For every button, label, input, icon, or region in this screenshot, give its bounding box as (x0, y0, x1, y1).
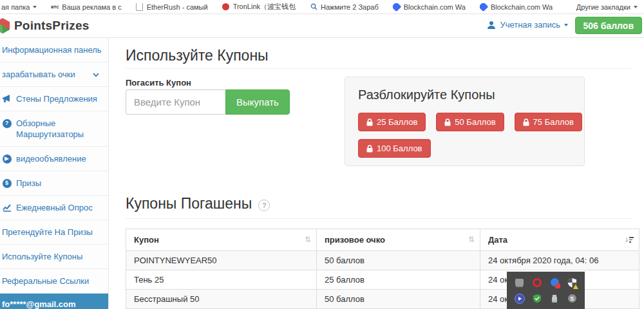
account-menu[interactable]: Учетная запись (487, 20, 568, 30)
chevron-down-icon (634, 6, 638, 8)
points-balance-badge[interactable]: 506 баллов (575, 17, 642, 34)
antivirus-tray-icon[interactable] (532, 294, 542, 304)
warning-icon (573, 285, 578, 289)
column-header-points[interactable]: призовое очко ⇅ (317, 229, 480, 251)
notes-tray-icon[interactable] (515, 277, 525, 288)
sidebar-item-prizes[interactable]: $ Призы (0, 171, 108, 196)
bookmark-folder[interactable]: ая папка (1, 3, 37, 11)
lock-icon (444, 118, 451, 126)
help-icon[interactable]: ? (258, 200, 270, 211)
btc-icon: BTC (51, 3, 59, 11)
redeemed-coupons-title: Купоны Погашены ? (126, 195, 270, 212)
pointsprizes-hexagon-icon (0, 17, 11, 34)
sidebar-item-daily-poll[interactable]: Ежедневный Опрос (0, 196, 108, 220)
bookmark-item[interactable]: Blockchain.com Wa (480, 3, 553, 11)
bookmark-item[interactable]: TronLink（波宝钱包 (222, 2, 296, 12)
column-header-coupon[interactable]: Купон ⇅ (126, 229, 317, 251)
bookmark-item[interactable]: BTC Ваша реклама в с (51, 3, 121, 11)
bookmark-item[interactable]: Нажмите 2 Зараб (310, 3, 379, 11)
system-tray-popup: S (507, 272, 585, 309)
megaphone-icon (2, 94, 12, 104)
tronlink-icon (222, 3, 230, 11)
redeem-button[interactable]: Выкупать (225, 89, 290, 115)
sidebar: Информационная панель зарабатывать очки … (0, 38, 109, 309)
person-icon (487, 21, 496, 30)
prize-icon: $ (2, 178, 12, 188)
redeem-input-group: Выкупать (126, 89, 290, 115)
sidebar-item-earn-points[interactable]: зарабатывать очки (0, 62, 108, 87)
screen: ая папка BTC Ваша реклама в с EtherRush … (0, 0, 644, 309)
document-icon (136, 3, 144, 11)
coupon-input[interactable] (126, 89, 225, 115)
redeem-coupon-label: Погасить Купон (126, 78, 191, 88)
sidebar-item-dashboard[interactable]: Информационная панель (0, 38, 108, 62)
other-bookmarks-label: Другие закладки (576, 3, 630, 11)
column-header-date[interactable]: Дата ↓ (480, 229, 639, 251)
unlock-coupons-panel: Разблокируйте Купоны 25 Баллов 50 Баллов… (345, 77, 585, 166)
blockchain-icon (393, 3, 401, 11)
stamp-tray-icon[interactable] (549, 294, 560, 304)
bonus-notification[interactable]: fo*****@gmail.com Offer Bonus Points (0, 294, 108, 309)
bookmark-label: TronLink（波宝钱包 (233, 2, 296, 12)
defender-shield-tray-icon[interactable] (567, 277, 577, 288)
lock-icon (366, 145, 373, 153)
messenger-tray-icon[interactable] (549, 277, 560, 288)
media-player-tray-icon[interactable] (515, 294, 525, 304)
bookmark-label: Ваша реклама в с (62, 3, 121, 11)
sort-desc-icon[interactable]: ↓ (625, 235, 634, 243)
magnifier-icon (310, 3, 317, 11)
bookmark-item[interactable]: Blockchain.com Wa (393, 3, 466, 11)
question-circle-icon: ? (2, 118, 12, 128)
divider (126, 68, 631, 69)
account-label: Учетная запись (500, 20, 560, 30)
unlock-100-points-button[interactable]: 100 Баллов (358, 139, 431, 158)
page-title: Используйте Купоны (126, 47, 269, 64)
bookmark-label: ая папка (1, 3, 30, 11)
table-row[interactable]: POINTYNEWYEAR50 50 баллов 24 октября 202… (126, 251, 639, 270)
bookmarks-bar: ая папка BTC Ваша реклама в с EtherRush … (0, 0, 644, 14)
chart-icon (2, 203, 12, 212)
lock-icon (523, 118, 529, 126)
sidebar-item-referral-links[interactable]: Реферальные Ссылки (0, 269, 108, 294)
chevron-down-icon (33, 6, 37, 8)
sidebar-item-survey-routers[interactable]: ? Обзорные Маршрутизаторы (0, 111, 108, 147)
logo[interactable]: PointsPrizes (0, 17, 89, 34)
site-header: PointsPrizes Учетная запись 506 баллов (0, 15, 644, 38)
skype-tray-icon[interactable]: S (567, 294, 577, 304)
sidebar-item-video-ads[interactable]: ▶ видеообъявление (0, 147, 108, 171)
sidebar-item-offer-walls[interactable]: Стены Предложения (0, 87, 108, 111)
other-bookmarks-button[interactable]: Другие закладки (576, 3, 638, 11)
unlock-75-points-button[interactable]: 75 Баллов (515, 113, 582, 131)
sidebar-item-claim-prizes[interactable]: Претендуйте На Призы (0, 220, 108, 245)
blockchain-icon (480, 3, 488, 11)
unlock-panel-title: Разблокируйте Купоны (358, 88, 495, 102)
sort-icon[interactable]: ⇅ (305, 235, 311, 244)
chevron-down-icon (93, 69, 99, 80)
opera-tray-icon[interactable] (532, 277, 542, 288)
bookmark-label: Blockchain.com Wa (404, 3, 466, 11)
sidebar-item-use-coupons[interactable]: Используйте Купоны (0, 245, 108, 269)
lock-icon (366, 118, 373, 126)
notification-email: fo*****@gmail.com (2, 299, 104, 309)
unlock-50-points-button[interactable]: 50 Баллов (436, 113, 504, 131)
unlock-25-points-button[interactable]: 25 Баллов (358, 113, 426, 131)
bookmark-label: Нажмите 2 Зараб (321, 3, 379, 11)
bookmark-label: EtherRush - самый (147, 3, 208, 11)
bookmark-item[interactable]: EtherRush - самый (136, 3, 208, 11)
bookmark-label: Blockchain.com Wa (491, 3, 553, 11)
chevron-down-icon (564, 24, 568, 26)
logo-text: PointsPrizes (14, 19, 89, 33)
divider (126, 218, 631, 219)
sort-icon[interactable]: ⇅ (468, 235, 475, 244)
play-circle-icon: ▶ (2, 154, 12, 164)
